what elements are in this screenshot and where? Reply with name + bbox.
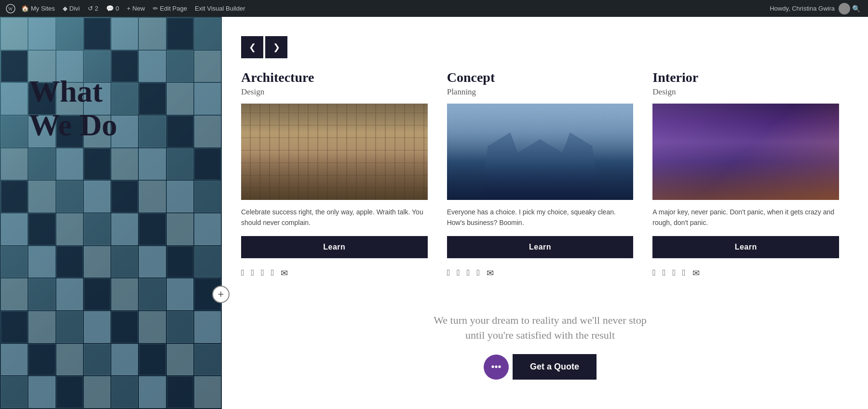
- card-category: Architecture: [241, 70, 428, 85]
- building-cell: [167, 181, 193, 212]
- building-cell: [1, 278, 27, 310]
- building-cell: [194, 213, 221, 245]
- comments-icon: 💬: [106, 5, 114, 12]
- card-category: Concept: [447, 70, 634, 85]
- instagram-icon[interactable]: : [682, 268, 686, 278]
- learn-button-concept[interactable]: Learn: [447, 236, 634, 258]
- facebook-icon[interactable]: : [447, 268, 450, 278]
- divi-label: Divi: [69, 5, 80, 12]
- learn-button-interior[interactable]: Learn: [652, 236, 839, 258]
- building-cell: [111, 278, 138, 310]
- slider-next-button[interactable]: ❯: [265, 36, 287, 58]
- card-interior: Interior Design A major key, never panic…: [652, 70, 839, 278]
- building-cell: [194, 246, 221, 278]
- building-cell: [56, 246, 83, 278]
- edit-page-button[interactable]: ✏ Edit Page: [149, 0, 191, 17]
- building-cell: [139, 376, 165, 408]
- slider-prev-button[interactable]: ❮: [241, 36, 263, 58]
- svg-text:W: W: [8, 6, 13, 12]
- building-cell: [167, 213, 193, 245]
- social-icons-concept:     ✉: [447, 268, 634, 278]
- building-cell: [84, 376, 110, 408]
- building-cell: [139, 213, 165, 245]
- tagline: We turn your dream to reality and we'll …: [434, 313, 646, 343]
- twitter-icon[interactable]: : [457, 268, 460, 278]
- get-quote-button[interactable]: Get a Quote: [513, 354, 597, 380]
- building-cell: [1, 311, 27, 343]
- add-section-button[interactable]: +: [212, 286, 230, 303]
- building-cell: [167, 311, 193, 343]
- avatar: [839, 3, 850, 14]
- card-description: Celebrate success right, the only way, a…: [241, 207, 428, 228]
- building-cell: [28, 181, 55, 212]
- tagline-line2: until you're satisfied with the result: [465, 329, 615, 341]
- email-icon[interactable]: ✉: [692, 268, 700, 278]
- building-cell: [139, 311, 165, 343]
- card-architecture: Architecture Design Celebrate success ri…: [241, 70, 428, 278]
- facebook-icon[interactable]: : [652, 268, 656, 278]
- building-cell: [139, 246, 165, 278]
- revisions-menu[interactable]: ↺ 2: [84, 0, 102, 17]
- building-cell: [167, 344, 193, 376]
- linkedin-icon[interactable]: : [673, 268, 676, 278]
- building-cell: [1, 246, 27, 278]
- plus-icon: +: [218, 288, 224, 301]
- building-cell: [111, 213, 138, 245]
- hero-title-line1: What: [29, 75, 203, 108]
- building-cell: [56, 311, 83, 343]
- exit-visual-builder-button[interactable]: Exit Visual Builder: [191, 0, 249, 17]
- building-cell: [56, 213, 83, 245]
- building-cell: [139, 278, 165, 310]
- exit-label: Exit Visual Builder: [195, 5, 245, 12]
- linkedin-icon[interactable]: : [261, 268, 264, 278]
- comments-menu[interactable]: 💬 0: [102, 0, 123, 17]
- bottom-section: We turn your dream to reality and we'll …: [241, 302, 839, 380]
- building-cell: [1, 181, 27, 212]
- hero-title-line2: We Do: [29, 108, 203, 142]
- building-cell: [111, 376, 138, 408]
- building-cell: [84, 213, 110, 245]
- building-cell: [111, 344, 138, 376]
- building-cell: [28, 213, 55, 245]
- building-cell: [167, 278, 193, 310]
- building-cell: [167, 376, 193, 408]
- tagline-line1: We turn your dream to reality and we'll …: [434, 314, 646, 326]
- card-concept: Concept Planning Everyone has a choice. …: [447, 70, 634, 278]
- card-description: Everyone has a choice. I pick my choice,…: [447, 207, 634, 228]
- twitter-icon[interactable]: : [663, 268, 666, 278]
- house-icon: 🏠: [21, 5, 29, 12]
- building-cell: [111, 246, 138, 278]
- building-cell: [111, 181, 138, 212]
- building-cell: [84, 311, 110, 343]
- architecture-image: [241, 104, 428, 200]
- building-cell: [28, 278, 55, 310]
- learn-button-architecture[interactable]: Learn: [241, 236, 428, 258]
- wordpress-logo[interactable]: W: [4, 2, 17, 15]
- building-cell: [56, 278, 83, 310]
- bottom-actions: ••• Get a Quote: [484, 354, 597, 380]
- email-icon[interactable]: ✉: [487, 268, 494, 278]
- building-cell: [1, 376, 27, 408]
- cards-container: Architecture Design Celebrate success ri…: [241, 70, 839, 278]
- email-icon[interactable]: ✉: [281, 268, 288, 278]
- card-description: A major key, never panic. Don't panic, w…: [652, 207, 839, 228]
- dots-icon: •••: [491, 361, 501, 372]
- linkedin-icon[interactable]: : [467, 268, 470, 278]
- howdy-text: Howdy, Christina Gwira: [770, 5, 835, 12]
- building-cell: [139, 181, 165, 212]
- building-cell: [28, 246, 55, 278]
- divi-menu[interactable]: ◆ Divi: [59, 0, 84, 17]
- twitter-icon[interactable]: : [251, 268, 255, 278]
- instagram-icon[interactable]: : [271, 268, 274, 278]
- search-icon[interactable]: 🔍: [852, 5, 860, 13]
- building-cell: [139, 344, 165, 376]
- new-menu[interactable]: + New: [123, 0, 149, 17]
- hero-section: What We Do: [0, 17, 222, 409]
- dots-button[interactable]: •••: [484, 355, 509, 380]
- facebook-icon[interactable]: : [241, 268, 244, 278]
- building-cell: [56, 181, 83, 212]
- instagram-icon[interactable]: : [476, 268, 480, 278]
- slider-navigation: ❮ ❯: [241, 36, 839, 58]
- card-subcategory: Planning: [447, 87, 634, 97]
- my-sites-menu[interactable]: 🏠 My Sites: [17, 0, 59, 17]
